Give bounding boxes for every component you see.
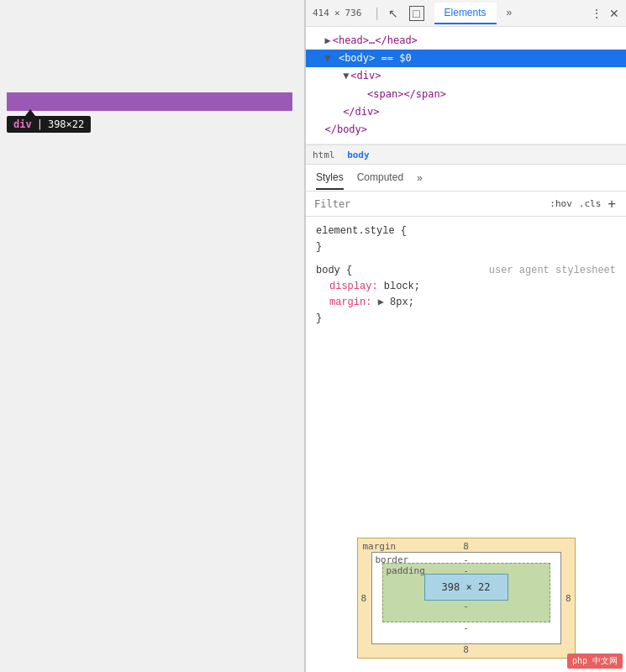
tooltip-size: 398×22 (48, 118, 84, 130)
tooltip-tag: div (13, 118, 32, 130)
css-rule-close: } (316, 239, 616, 255)
padding-bottom-dash: - (393, 601, 539, 612)
tree-line-body[interactable]: ▼ <body> == $0 (306, 50, 626, 67)
margin-left-value: 8 (361, 593, 367, 604)
style-tabs: Styles Computed » (306, 165, 626, 192)
margin-right-value: 8 (566, 593, 571, 604)
tree-line-div[interactable]: ▼ <div> (313, 67, 619, 85)
add-style-button[interactable]: + (608, 196, 616, 212)
breadcrumb-body[interactable]: body (347, 150, 370, 160)
border-bottom-area: - (382, 622, 550, 633)
margin-bottom-value: 8 (463, 644, 469, 655)
box-margin: margin 8 8 8 8 border - padding - 398 × … (357, 538, 576, 659)
css-rule-body: body { user agent stylesheet display: bl… (316, 263, 616, 328)
viewport-panel: div | 398×22 (0, 0, 305, 672)
css-rule-element-style: element.style { } (316, 223, 616, 255)
toolbar-icons[interactable]: ↖ □ (386, 6, 424, 21)
padding-bottom-area: - (393, 601, 539, 612)
cls-button[interactable]: .cls (579, 198, 602, 209)
tab-more[interactable]: » (497, 3, 523, 24)
coord-cross: × (334, 8, 340, 18)
tree-line-closebody[interactable]: </body> (313, 121, 619, 139)
tab-styles-more[interactable]: » (417, 172, 423, 184)
css-rules-panel: element.style { } body { user agent styl… (306, 217, 626, 524)
breadcrumb-sep (339, 150, 345, 160)
tab-styles[interactable]: Styles (316, 166, 344, 190)
filter-bar: :hov .cls + (306, 192, 626, 217)
devtools-topbar: 414 × 736 | ↖ □ Elements » ⋮ ✕ (306, 0, 626, 27)
css-rule-body-header: body { user agent stylesheet (316, 263, 616, 279)
element-size-tooltip: div | 398×22 (7, 116, 91, 133)
css-prop-display: display: block; (316, 279, 616, 295)
breadcrumb-html[interactable]: html (313, 150, 335, 160)
toolbar-actions: ⋮ ✕ (591, 7, 619, 20)
tree-line-head[interactable]: ▶ <head>…</head> (313, 32, 619, 50)
device-tool-icon[interactable]: □ (409, 6, 424, 21)
toolbar-separator-1: | (375, 6, 378, 21)
devtools-coords-display: 414 × 736 (313, 8, 361, 18)
selected-element-highlight (7, 92, 292, 111)
css-rule-body-close: } (316, 311, 616, 327)
box-content-row: 398 × 22 (393, 574, 539, 601)
filter-actions: :hov .cls + (550, 196, 618, 212)
margin-label: margin (363, 541, 397, 552)
margin-top-value: 8 (463, 541, 469, 552)
tooltip-separator: | (37, 118, 43, 130)
more-options-icon[interactable]: ⋮ (591, 7, 602, 20)
padding-label: padding (387, 565, 425, 576)
padding-top-dash: - (463, 565, 469, 576)
box-content-size: 398 × 22 (424, 574, 508, 601)
border-bottom-dash: - (382, 622, 550, 633)
coord-x: 414 (313, 8, 329, 18)
tree-line-span[interactable]: <span></span> (313, 86, 619, 103)
coord-y: 736 (345, 8, 362, 18)
filter-input[interactable] (314, 198, 543, 210)
expand-head[interactable]: ▶ (324, 33, 330, 49)
cursor-tool-icon[interactable]: ↖ (386, 6, 401, 21)
main-tabs-area: Elements » (434, 3, 523, 24)
tree-line-closediv[interactable]: </div> (313, 103, 619, 121)
tab-computed[interactable]: Computed (357, 166, 403, 190)
html-tree: ▶ <head>…</head> ▼ <body> == $0 ▼ <div> … (306, 27, 626, 144)
hov-button[interactable]: :hov (550, 198, 572, 209)
box-model-container: margin 8 8 8 8 border - padding - 398 × … (306, 524, 626, 672)
tab-elements[interactable]: Elements (434, 3, 497, 24)
margin-expand-arrow[interactable]: ▶ (378, 297, 390, 308)
devtools-panel: 414 × 736 | ↖ □ Elements » ⋮ ✕ ▶ <head>…… (305, 0, 626, 672)
box-border: border - padding - 398 × 22 - - (371, 552, 561, 644)
box-padding: padding - 398 × 22 - (382, 563, 550, 622)
css-rule-selector-element: element.style { (316, 223, 616, 239)
tooltip-arrow (25, 109, 35, 116)
breadcrumb: html body (306, 144, 626, 165)
close-icon[interactable]: ✕ (609, 7, 619, 20)
expand-body[interactable]: ▼ (324, 50, 330, 66)
css-prop-margin: margin: ▶ 8px; (316, 295, 616, 311)
expand-div[interactable]: ▼ (343, 68, 349, 84)
watermark: php 中文网 (567, 654, 623, 669)
